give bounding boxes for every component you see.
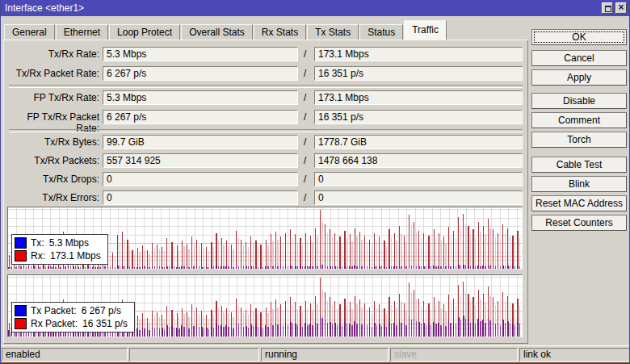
field-label-tx-rx-packets: Tx/Rx Packets: <box>6 155 99 166</box>
restore-icon <box>605 6 611 12</box>
status-enabled: enabled <box>2 348 128 362</box>
ok-button[interactable]: OK <box>531 29 627 45</box>
group-separator <box>9 85 523 88</box>
field-slash-separator: / <box>304 136 306 148</box>
apply-button[interactable]: Apply <box>531 69 627 86</box>
legend-row-rx: Rx:173.1 Mbps <box>15 249 101 262</box>
legend-label: Tx: <box>31 237 44 249</box>
field-label-tx-rx-errors: Tx/Rx Errors: <box>6 192 99 203</box>
field-tx-tx-rx-rate[interactable]: 5.3 Mbps <box>103 47 298 61</box>
field-rx-fp-tx-rx-rate[interactable]: 173.1 Mbps <box>314 90 523 105</box>
field-slash-separator: / <box>304 111 306 123</box>
field-label-tx-rx-packet-rate: Tx/Rx Packet Rate: <box>6 68 99 79</box>
legend-value: 5.3 Mbps <box>49 237 89 249</box>
rx-legend-swatch <box>15 250 27 261</box>
status-running: running <box>261 348 388 362</box>
legend-value: 16 351 p/s <box>82 318 128 329</box>
status-link-ok: link ok <box>519 348 630 362</box>
tab-ethernet[interactable]: Ethernet <box>56 24 108 40</box>
comment-button[interactable]: Comment <box>531 112 627 128</box>
tab-tx-stats[interactable]: Tx Stats <box>307 24 359 40</box>
field-rx-fp-tx-rx-packet-rate[interactable]: 16 351 p/s <box>314 110 523 124</box>
legend-label: Tx Packet: <box>31 305 77 316</box>
field-tx-tx-rx-packets[interactable]: 557 314 925 <box>103 153 298 168</box>
field-rx-tx-rx-drops[interactable]: 0 <box>314 172 523 186</box>
tab-status[interactable]: Status <box>359 24 403 40</box>
title-bar[interactable]: Interface <ether1> × <box>1 0 630 16</box>
interface-dialog: Interface <ether1> × GeneralEthernetLoop… <box>0 0 630 364</box>
packet-rate-graph: Tx Packet:6 267 p/sRx Packet:16 351 p/s <box>7 274 523 337</box>
legend-label: Rx Packet: <box>31 318 78 329</box>
blink-button[interactable]: Blink <box>531 176 627 192</box>
field-rx-tx-rx-packets[interactable]: 1478 664 138 <box>314 153 523 168</box>
field-slash-separator: / <box>304 68 306 79</box>
field-tx-fp-tx-rx-rate[interactable]: 5.3 Mbps <box>103 90 298 105</box>
field-rx-tx-rx-errors[interactable]: 0 <box>314 190 523 205</box>
tab-overall-stats[interactable]: Overall Stats <box>181 24 253 40</box>
status-bar: enabledrunningslavelink ok <box>1 345 630 363</box>
legend-row-tx-packet: Tx Packet:6 267 p/s <box>15 304 128 317</box>
reset-mac-address-button[interactable]: Reset MAC Address <box>531 195 627 211</box>
restore-button[interactable] <box>602 2 613 14</box>
field-slash-separator: / <box>304 192 306 203</box>
rx-packet-legend-swatch <box>15 318 27 329</box>
cancel-button[interactable]: Cancel <box>531 50 627 66</box>
tx-packet-legend-swatch <box>15 305 27 316</box>
disable-button[interactable]: Disable <box>531 93 627 109</box>
legend-value: 173.1 Mbps <box>50 250 101 261</box>
legend-row-tx: Tx:5.3 Mbps <box>15 236 101 249</box>
legend-row-rx-packet: Rx Packet:16 351 p/s <box>15 317 128 330</box>
field-tx-tx-rx-packet-rate[interactable]: 6 267 p/s <box>103 66 298 81</box>
field-slash-separator: / <box>304 174 306 185</box>
traffic-rate-graph: Tx:5.3 MbpsRx:173.1 Mbps <box>7 207 523 270</box>
close-icon: × <box>616 3 626 12</box>
field-slash-separator: / <box>304 155 306 166</box>
tab-bar: GeneralEthernetLoop ProtectOverall Stats… <box>4 21 447 40</box>
field-label-fp-tx-rx-rate: FP Tx/Rx Rate: <box>6 92 99 103</box>
tab-loop-protect[interactable]: Loop Protect <box>109 24 180 40</box>
field-rx-tx-rx-rate[interactable]: 173.1 Mbps <box>314 47 523 61</box>
tab-rx-stats[interactable]: Rx Stats <box>254 24 306 40</box>
tab-general[interactable]: General <box>4 24 55 40</box>
field-label-tx-rx-bytes: Tx/Rx Bytes: <box>6 136 99 148</box>
close-button[interactable]: × <box>615 2 627 14</box>
status-slave: slave <box>390 348 518 362</box>
legend-value: 6 267 p/s <box>82 305 121 316</box>
field-rx-tx-rx-bytes[interactable]: 1778.7 GiB <box>314 135 523 149</box>
legend-label: Rx: <box>31 250 45 261</box>
traffic-rate-graph-legend: Tx:5.3 MbpsRx:173.1 Mbps <box>11 234 108 265</box>
window-title: Interface <ether1> <box>5 0 84 16</box>
tab-traffic[interactable]: Traffic <box>404 20 447 40</box>
tx-legend-swatch <box>15 237 27 249</box>
field-tx-fp-tx-rx-packet-rate[interactable]: 6 267 p/s <box>103 110 298 124</box>
group-separator <box>9 129 523 132</box>
status-empty <box>129 348 259 362</box>
field-label-tx-rx-rate: Tx/Rx Rate: <box>6 48 99 60</box>
field-tx-tx-rx-bytes[interactable]: 99.7 GiB <box>103 135 298 149</box>
field-label-tx-rx-drops: Tx/Rx Drops: <box>6 174 99 185</box>
field-slash-separator: / <box>304 48 306 60</box>
reset-counters-button[interactable]: Reset Counters <box>531 215 627 231</box>
packet-rate-graph-legend: Tx Packet:6 267 p/sRx Packet:16 351 p/s <box>11 302 135 333</box>
field-tx-tx-rx-drops[interactable]: 0 <box>103 172 298 186</box>
field-tx-tx-rx-errors[interactable]: 0 <box>103 190 298 205</box>
torch-button[interactable]: Torch <box>531 132 627 148</box>
field-rx-tx-rx-packet-rate[interactable]: 16 351 p/s <box>314 66 523 81</box>
cable-test-button[interactable]: Cable Test <box>531 157 627 173</box>
field-slash-separator: / <box>304 92 306 103</box>
